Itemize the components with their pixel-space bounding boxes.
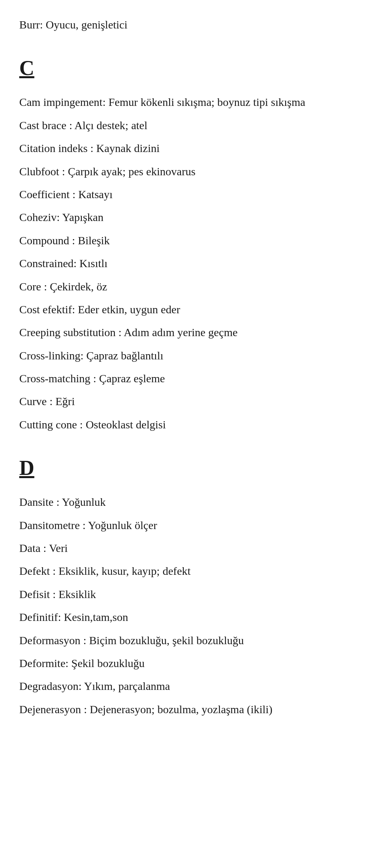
entry: Data : Veri <box>19 539 366 557</box>
entry-text: Curve : Eğri <box>19 395 75 408</box>
entry-text: Deformite: Şekil bozukluğu <box>19 657 145 669</box>
entry-text: Cross-matching : Çapraz eşleme <box>19 372 165 385</box>
entry: Dejenerasyon : Dejenerasyon; bozulma, yo… <box>19 701 366 718</box>
entry: Deformasyon : Biçim bozukluğu, şekil boz… <box>19 632 366 649</box>
entry: Cross-matching : Çapraz eşleme <box>19 370 366 387</box>
entry-text: Cross-linking: Çapraz bağlantılı <box>19 349 163 362</box>
entry: Core : Çekirdek, öz <box>19 278 366 295</box>
entry: Defisit : Eksiklik <box>19 586 366 603</box>
entry: Dansitometre : Yoğunluk ölçer <box>19 517 366 534</box>
entry-text: Clubfoot : Çarpık ayak; pes ekinovarus <box>19 165 195 178</box>
entry: Burr: Oyucu, genişletici <box>19 16 366 33</box>
entry: Constrained: Kısıtlı <box>19 255 366 272</box>
entry-text: Coefficient : Katsayı <box>19 188 113 201</box>
entry: Creeping substitution : Adım adım yerine… <box>19 324 366 341</box>
entry: Citation indeks : Kaynak dizini <box>19 140 366 157</box>
section-letter-c: C <box>19 53 366 84</box>
section-letter-d: D <box>19 452 366 484</box>
entry: Compound : Bileşik <box>19 232 366 249</box>
entry-text: Burr: Oyucu, genişletici <box>19 18 128 31</box>
entry-text: Degradasyon: Yıkım, parçalanma <box>19 680 170 692</box>
entry-text: Compound : Bileşik <box>19 234 110 247</box>
entry-text: Citation indeks : Kaynak dizini <box>19 142 160 154</box>
entry-text: Dansite : Yoğunluk <box>19 496 105 508</box>
entry: Coefficient : Katsayı <box>19 186 366 203</box>
entry: Clubfoot : Çarpık ayak; pes ekinovarus <box>19 163 366 180</box>
entry: Definitif: Kesin,tam,son <box>19 608 366 626</box>
entry-text: Cam impingement: Femur kökenli sıkışma; … <box>19 96 305 108</box>
entry-text: Creeping substitution : Adım adım yerine… <box>19 326 237 339</box>
entry-text: Dansitometre : Yoğunluk ölçer <box>19 519 157 531</box>
entry-text: Dejenerasyon : Dejenerasyon; bozulma, yo… <box>19 703 272 716</box>
entry-text: Coheziv: Yapışkan <box>19 211 103 223</box>
entry: Cast brace : Alçı destek; atel <box>19 117 366 134</box>
entry-text: Cast brace : Alçı destek; atel <box>19 119 148 132</box>
entry-text: Cost efektif: Eder etkin, uygun eder <box>19 303 180 316</box>
entry-text: Definitif: Kesin,tam,son <box>19 611 128 623</box>
entry: Cutting cone : Osteoklast delgisi <box>19 416 366 433</box>
entry: Curve : Eğri <box>19 393 366 410</box>
entry: Defekt : Eksiklik, kusur, kayıp; defekt <box>19 562 366 580</box>
entry: Cam impingement: Femur kökenli sıkışma; … <box>19 93 366 111</box>
entry: Degradasyon: Yıkım, parçalanma <box>19 677 366 695</box>
entry: Coheziv: Yapışkan <box>19 209 366 226</box>
entry-text: Constrained: Kısıtlı <box>19 257 107 270</box>
entry-text: Defisit : Eksiklik <box>19 588 96 600</box>
entry-text: Defekt : Eksiklik, kusur, kayıp; defekt <box>19 565 190 577</box>
entry: Cost efektif: Eder etkin, uygun eder <box>19 301 366 318</box>
entry: Deformite: Şekil bozukluğu <box>19 655 366 672</box>
entry-text: Data : Veri <box>19 542 68 554</box>
entry-text: Core : Çekirdek, öz <box>19 280 107 293</box>
page-content: Burr: Oyucu, genişletici C Cam impingeme… <box>19 16 366 718</box>
entry-text: Deformasyon : Biçim bozukluğu, şekil boz… <box>19 634 244 647</box>
entry: Dansite : Yoğunluk <box>19 493 366 511</box>
entry-text: Cutting cone : Osteoklast delgisi <box>19 418 166 431</box>
entry: Cross-linking: Çapraz bağlantılı <box>19 347 366 364</box>
